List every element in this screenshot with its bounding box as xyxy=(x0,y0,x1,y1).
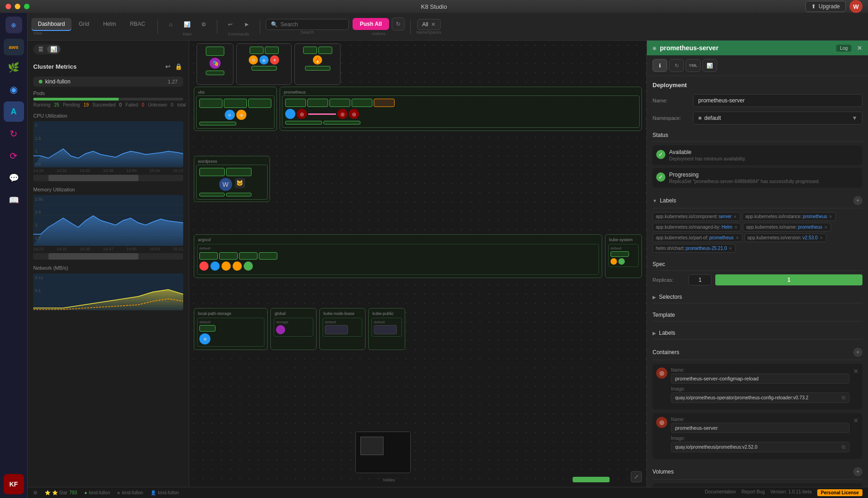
container-2-delete-button[interactable]: ✕ xyxy=(853,417,859,424)
home-button[interactable]: ⌂ xyxy=(163,17,178,32)
center-canvas[interactable]: 🎭 ⚙ xyxy=(189,41,647,487)
network-section: Network (MB/s) xyxy=(33,265,183,310)
search-input[interactable] xyxy=(281,21,341,28)
search-label: Search xyxy=(300,30,314,35)
top-namespaces: 🎭 ⚙ xyxy=(194,41,642,88)
upgrade-button[interactable]: ⬆ Upgrade xyxy=(805,1,846,12)
prom-icon-3: ◎ xyxy=(337,109,347,119)
containers-add-button[interactable]: + xyxy=(853,348,862,357)
metrics-refresh[interactable]: ↩ xyxy=(163,62,172,71)
memory-scrollbar[interactable] xyxy=(33,253,183,260)
label-part-of-close[interactable]: ✕ xyxy=(736,236,739,240)
terminal-button[interactable]: ▶ xyxy=(239,17,254,32)
pod-icon-3: ◈ xyxy=(259,55,269,65)
user-avatar[interactable]: W xyxy=(850,0,862,13)
report-bug-link[interactable]: Report Bug xyxy=(742,489,765,496)
expand-button[interactable]: ⤢ xyxy=(631,471,642,482)
argocd-row2 xyxy=(199,261,597,271)
pods-pending-label: Pending xyxy=(63,102,80,107)
cluster-selector[interactable]: kind-fullon 1.27 xyxy=(33,77,183,87)
labels-add-button[interactable]: + xyxy=(853,196,862,205)
container-item-2: ◎ Name: prometheus-server xyxy=(652,413,862,459)
tab-grid[interactable]: Grid xyxy=(72,18,96,31)
template-labels-header[interactable]: ▶ Labels xyxy=(652,327,862,339)
replicas-input[interactable]: 1 xyxy=(688,274,712,285)
container-1-copy-icon[interactable]: ⧉ xyxy=(842,395,845,401)
container-2-copy-icon[interactable]: ⧉ xyxy=(842,444,845,450)
label-name-close[interactable]: ✕ xyxy=(824,225,828,230)
label-instance-close[interactable]: ✕ xyxy=(829,214,832,219)
log-button[interactable]: Log xyxy=(836,45,851,52)
toggle-list[interactable]: ☰ xyxy=(34,45,47,53)
chart-button[interactable]: 📊 xyxy=(180,17,195,32)
tab-helm[interactable]: Helm xyxy=(96,18,122,31)
sidebar-item-aws[interactable]: aws xyxy=(4,39,24,55)
volumes-section: Volumes + ⚙ Name: xyxy=(652,464,862,487)
ubs-icon-1: ⎈ xyxy=(225,110,235,120)
minimize-button[interactable] xyxy=(15,4,20,9)
tab-rbac[interactable]: RBAC xyxy=(123,18,151,31)
close-button[interactable] xyxy=(6,4,11,9)
label-version-close[interactable]: ✕ xyxy=(820,236,823,240)
pod-icon-2: ⚙ xyxy=(249,55,258,65)
pod-row-4 xyxy=(251,66,277,71)
close-panel-button[interactable]: ✕ xyxy=(857,44,862,52)
undo-button[interactable]: ↩ xyxy=(223,17,238,32)
sidebar-item-sync[interactable]: ↻ xyxy=(4,124,24,144)
label-chart-close[interactable]: ✕ xyxy=(729,246,732,251)
volumes-add-button[interactable]: + xyxy=(853,467,862,476)
deployment-namespace-row: Namespace: ■ default ▼ xyxy=(652,112,862,125)
container-1-icon: ◎ xyxy=(656,368,667,379)
tab-chart[interactable]: 📊 xyxy=(702,59,717,72)
metrics-lock[interactable]: 🔒 xyxy=(174,62,183,71)
refresh-button[interactable]: ↻ xyxy=(392,18,405,30)
tab-history[interactable]: ↻ xyxy=(669,59,684,72)
prom-icon-4: ◎ xyxy=(349,109,359,119)
container-2-row: ◎ Name: prometheus-server xyxy=(656,417,859,455)
sep3 xyxy=(260,20,260,34)
maximize-button[interactable] xyxy=(24,4,30,9)
ns-argocd-inner: default xyxy=(197,244,599,275)
status-section-header[interactable]: Status xyxy=(652,129,862,142)
tab-dashboard[interactable]: Dashboard xyxy=(31,18,72,31)
sidebar-item-kf[interactable]: KF xyxy=(4,474,24,494)
pod-5a xyxy=(303,47,317,54)
sidebar-item-sync2[interactable]: ⟳ xyxy=(4,146,24,166)
prom-icon-2: ◎ xyxy=(297,109,307,119)
kube-icon-1 xyxy=(611,258,617,265)
labels-header[interactable]: ▼ Labels + xyxy=(652,193,862,208)
status-star[interactable]: ⭐ ⭐ Star 793 xyxy=(45,490,77,495)
status-user: 👤 kind-fullon xyxy=(150,490,179,495)
toggle-chart[interactable]: 📊 xyxy=(47,45,60,53)
sidebar-item-google[interactable]: ◉ xyxy=(4,79,24,100)
argocd-default-label: default xyxy=(199,246,597,250)
settings-button[interactable]: ⚙ xyxy=(197,17,211,32)
label-managed-by-close[interactable]: ✕ xyxy=(734,225,738,230)
namespace-select[interactable]: ■ default ▼ xyxy=(693,112,862,125)
tab-yaml[interactable]: YML xyxy=(686,59,700,72)
prom-pod-2 xyxy=(307,99,328,107)
sidebar-item-chat[interactable]: 💬 xyxy=(4,168,24,188)
namespace-badge-close[interactable]: ✕ xyxy=(431,21,436,28)
selectors-header[interactable]: ▶ Selectors xyxy=(652,291,862,303)
container-2-name-label: Name: xyxy=(671,417,850,422)
pod-bar-2 xyxy=(251,66,277,71)
sidebar-item-plant[interactable]: 🌿 xyxy=(4,57,24,77)
ns-kube-public-inner: default xyxy=(371,318,402,337)
label-chart-val: prometheus-25.21.0 xyxy=(686,246,727,251)
cpu-x1: 14:24 xyxy=(33,168,44,173)
container-item-1: ◎ Name: prometheus-server-configmap-relo… xyxy=(652,364,862,409)
push-all-button[interactable]: Push All xyxy=(353,18,389,30)
sidebar-item-book[interactable]: 📖 xyxy=(4,190,24,210)
status-title: Status xyxy=(652,132,668,138)
cpu-scrollbar[interactable] xyxy=(33,175,183,181)
label-component-close[interactable]: ✕ xyxy=(733,214,737,219)
documentation-link[interactable]: Documentation xyxy=(705,489,736,496)
containers-section: Containers + ◎ Name: xyxy=(652,345,862,459)
namespace-badge[interactable]: All ✕ xyxy=(417,19,441,30)
container-1-delete-button[interactable]: ✕ xyxy=(853,368,859,375)
argocd-row1 xyxy=(199,252,597,260)
deployment-namespace-label: Namespace: xyxy=(652,115,689,121)
sidebar-item-azure[interactable]: A xyxy=(4,101,24,122)
tab-info[interactable]: ℹ xyxy=(652,59,667,72)
